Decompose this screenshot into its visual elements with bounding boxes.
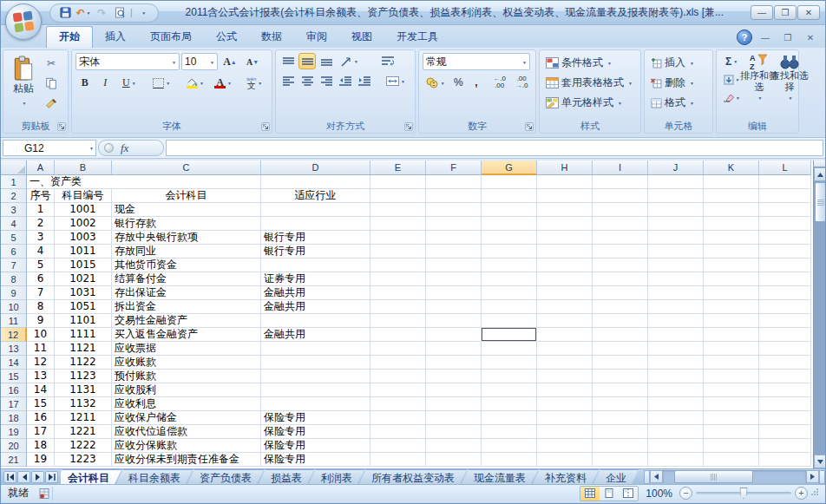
tab-insert[interactable]: 插入	[93, 27, 138, 48]
cell-E13[interactable]	[370, 342, 426, 356]
cell-L9[interactable]	[759, 286, 811, 300]
cell-C21[interactable]: 应收分保未到期责任准备金	[112, 453, 261, 467]
scroll-down-button[interactable]	[814, 455, 826, 468]
undo-button[interactable]: ↶	[75, 5, 91, 21]
cell-C19[interactable]: 应收代位追偿款	[112, 425, 261, 439]
save-button[interactable]	[57, 5, 73, 21]
autosum-button[interactable]: Σ	[720, 53, 743, 69]
cell-D10[interactable]: 金融共用	[261, 300, 370, 314]
cell-I8[interactable]	[593, 272, 648, 286]
first-sheet-button[interactable]	[3, 471, 16, 483]
cell-D1[interactable]	[261, 175, 370, 189]
cell-G3[interactable]	[482, 203, 537, 217]
column-header-B[interactable]: B	[55, 160, 112, 175]
cell-L21[interactable]	[759, 453, 811, 467]
cell-E18[interactable]	[370, 411, 426, 425]
cell-I11[interactable]	[593, 314, 648, 328]
cell-E17[interactable]	[370, 397, 426, 411]
cell-A14[interactable]: 12	[27, 356, 55, 370]
cell-L6[interactable]	[759, 245, 811, 259]
cell-I17[interactable]	[593, 397, 648, 411]
last-sheet-button[interactable]	[45, 471, 58, 483]
cell-H10[interactable]	[537, 300, 593, 314]
cell-F11[interactable]	[426, 314, 482, 328]
merge-center-button[interactable]	[382, 73, 410, 89]
prev-sheet-button[interactable]	[17, 471, 30, 483]
column-header-H[interactable]: H	[537, 160, 593, 175]
italic-button[interactable]: I	[96, 74, 115, 92]
cell-L8[interactable]	[759, 272, 811, 286]
cell-B18[interactable]: 1211	[55, 411, 112, 425]
cell-E15[interactable]	[370, 370, 426, 383]
cell-E5[interactable]	[370, 231, 426, 245]
cell-D6[interactable]: 银行专用	[261, 245, 370, 259]
cell-J4[interactable]	[648, 217, 704, 231]
row-header-21[interactable]: 21	[1, 453, 27, 467]
cell-F7[interactable]	[426, 259, 482, 272]
cell-A8[interactable]: 6	[27, 272, 55, 286]
cell-J16[interactable]	[648, 383, 704, 397]
cell-J14[interactable]	[648, 356, 704, 370]
zoom-out-button[interactable]: −	[679, 487, 692, 500]
vertical-split-handle[interactable]	[814, 160, 826, 167]
cell-I9[interactable]	[593, 286, 648, 300]
sheet-tab-3[interactable]: 资产负债表	[187, 469, 264, 484]
help-button[interactable]: ?	[737, 29, 752, 45]
cell-K11[interactable]	[704, 314, 759, 328]
horizontal-scroll-track[interactable]	[663, 470, 806, 483]
row-header-7[interactable]: 7	[1, 259, 27, 272]
cell-H3[interactable]	[537, 203, 593, 217]
cell-D9[interactable]: 金融共用	[261, 286, 370, 300]
font-color-button[interactable]: A	[210, 74, 235, 92]
normal-view-button[interactable]	[580, 487, 600, 501]
cell-K13[interactable]	[704, 342, 759, 356]
cell-K4[interactable]	[704, 217, 759, 231]
cell-A5[interactable]: 3	[27, 231, 55, 245]
cell-J17[interactable]	[648, 397, 704, 411]
cell-I15[interactable]	[593, 370, 648, 383]
cell-B6[interactable]: 1011	[55, 245, 112, 259]
cell-F9[interactable]	[426, 286, 482, 300]
cell-D20[interactable]: 保险专用	[261, 439, 370, 453]
cell-G4[interactable]	[482, 217, 537, 231]
cell-J19[interactable]	[648, 425, 704, 439]
cell-C7[interactable]: 其他货币资金	[112, 259, 261, 272]
row-header-4[interactable]: 4	[1, 217, 27, 231]
number-format-select[interactable]: 常规	[423, 53, 530, 70]
delete-cells-button[interactable]: 删除	[648, 74, 709, 92]
cell-G20[interactable]	[482, 439, 537, 453]
cell-D7[interactable]	[261, 259, 370, 272]
format-as-table-button[interactable]: 套用表格格式	[543, 74, 637, 92]
cell-K16[interactable]	[704, 383, 759, 397]
row-header-2[interactable]: 2	[1, 189, 27, 203]
cell-C2[interactable]: 会计科目	[112, 189, 261, 203]
cell-F20[interactable]	[426, 439, 482, 453]
cell-L14[interactable]	[759, 356, 811, 370]
minimize-button[interactable]: —	[751, 5, 773, 20]
qat-customize-button[interactable]	[135, 5, 151, 21]
resize-grip[interactable]	[811, 488, 822, 499]
cell-D15[interactable]	[261, 370, 370, 383]
column-header-F[interactable]: F	[426, 160, 482, 175]
cell-E9[interactable]	[370, 286, 426, 300]
cell-C5[interactable]: 存放中央银行款项	[112, 231, 261, 245]
cell-C15[interactable]: 预付账款	[112, 370, 261, 383]
cell-H14[interactable]	[537, 356, 593, 370]
percent-style-button[interactable]: %	[449, 74, 467, 91]
cell-L17[interactable]	[759, 397, 811, 411]
cell-K19[interactable]	[704, 425, 759, 439]
cell-L4[interactable]	[759, 217, 811, 231]
column-header-D[interactable]: D	[261, 160, 370, 175]
row-header-17[interactable]: 17	[1, 397, 27, 411]
cell-I5[interactable]	[593, 231, 648, 245]
cell-B14[interactable]: 1122	[55, 356, 112, 370]
formula-bar-handle[interactable]	[104, 143, 114, 153]
cell-A15[interactable]: 13	[27, 370, 55, 383]
cell-A12[interactable]: 10	[27, 328, 55, 342]
scroll-left-button[interactable]	[650, 470, 663, 483]
cell-F19[interactable]	[426, 425, 482, 439]
cell-H20[interactable]	[537, 439, 593, 453]
sheet-tab-1[interactable]: 会计科目	[61, 469, 121, 484]
cell-D13[interactable]	[261, 342, 370, 356]
cell-J10[interactable]	[648, 300, 704, 314]
